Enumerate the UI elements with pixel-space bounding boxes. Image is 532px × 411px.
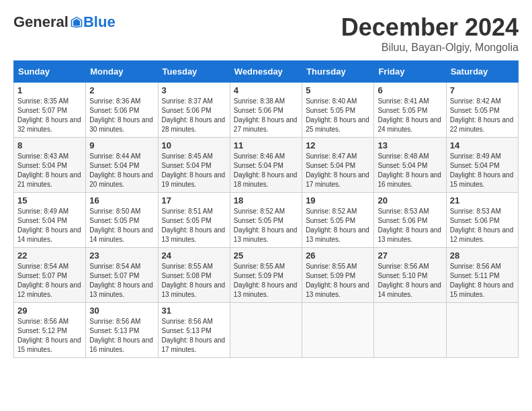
day-info: Sunrise: 8:56 AM Sunset: 5:11 PM Dayligh…	[450, 262, 515, 300]
calendar-cell: 31Sunrise: 8:56 AM Sunset: 5:13 PM Dayli…	[158, 303, 230, 358]
day-info: Sunrise: 8:44 AM Sunset: 5:04 PM Dayligh…	[89, 152, 154, 189]
day-header-monday: Monday	[86, 61, 158, 83]
day-number: 7	[450, 85, 515, 95]
day-info: Sunrise: 8:36 AM Sunset: 5:06 PM Dayligh…	[89, 97, 154, 134]
calendar-cell: 4Sunrise: 8:38 AM Sunset: 5:06 PM Daylig…	[230, 83, 302, 138]
day-info: Sunrise: 8:55 AM Sunset: 5:08 PM Dayligh…	[162, 262, 226, 300]
day-info: Sunrise: 8:53 AM Sunset: 5:06 PM Dayligh…	[378, 207, 442, 244]
day-info: Sunrise: 8:48 AM Sunset: 5:04 PM Dayligh…	[378, 152, 442, 189]
calendar-cell: 26Sunrise: 8:55 AM Sunset: 5:09 PM Dayli…	[302, 248, 374, 303]
calendar-cell: 9Sunrise: 8:44 AM Sunset: 5:04 PM Daylig…	[86, 138, 158, 193]
day-number: 9	[89, 140, 154, 150]
day-number: 5	[306, 85, 370, 95]
day-info: Sunrise: 8:40 AM Sunset: 5:05 PM Dayligh…	[306, 97, 370, 134]
calendar-cell: 7Sunrise: 8:42 AM Sunset: 5:05 PM Daylig…	[446, 83, 518, 138]
calendar-cell: 10Sunrise: 8:45 AM Sunset: 5:04 PM Dayli…	[158, 138, 230, 193]
calendar-cell: 25Sunrise: 8:55 AM Sunset: 5:09 PM Dayli…	[230, 248, 302, 303]
day-info: Sunrise: 8:52 AM Sunset: 5:05 PM Dayligh…	[234, 207, 298, 244]
day-number: 13	[378, 140, 442, 150]
calendar-cell: 12Sunrise: 8:47 AM Sunset: 5:04 PM Dayli…	[302, 138, 374, 193]
calendar-cell: 13Sunrise: 8:48 AM Sunset: 5:04 PM Dayli…	[374, 138, 446, 193]
calendar-cell: 6Sunrise: 8:41 AM Sunset: 5:05 PM Daylig…	[374, 83, 446, 138]
day-number: 26	[306, 250, 370, 261]
day-number: 1	[17, 85, 82, 95]
day-number: 11	[234, 140, 298, 150]
day-number: 17	[162, 195, 226, 205]
calendar-cell: 27Sunrise: 8:56 AM Sunset: 5:10 PM Dayli…	[374, 248, 446, 303]
logo: General Blue	[13, 13, 116, 31]
day-info: Sunrise: 8:37 AM Sunset: 5:06 PM Dayligh…	[162, 97, 226, 134]
day-number: 30	[89, 306, 154, 316]
day-info: Sunrise: 8:50 AM Sunset: 5:05 PM Dayligh…	[89, 207, 154, 244]
calendar-cell: 5Sunrise: 8:40 AM Sunset: 5:05 PM Daylig…	[302, 83, 374, 138]
calendar-week-row: 15Sunrise: 8:49 AM Sunset: 5:04 PM Dayli…	[14, 193, 519, 248]
day-info: Sunrise: 8:47 AM Sunset: 5:04 PM Dayligh…	[306, 152, 370, 189]
calendar-week-row: 8Sunrise: 8:43 AM Sunset: 5:04 PM Daylig…	[14, 138, 519, 193]
day-header-saturday: Saturday	[446, 61, 518, 83]
day-info: Sunrise: 8:53 AM Sunset: 5:06 PM Dayligh…	[450, 207, 515, 244]
calendar-cell: 22Sunrise: 8:54 AM Sunset: 5:07 PM Dayli…	[14, 248, 86, 303]
day-number: 27	[378, 250, 442, 261]
day-number: 24	[162, 250, 226, 261]
day-info: Sunrise: 8:45 AM Sunset: 5:04 PM Dayligh…	[162, 152, 226, 189]
day-number: 12	[306, 140, 370, 150]
day-info: Sunrise: 8:56 AM Sunset: 5:13 PM Dayligh…	[162, 317, 226, 355]
day-number: 20	[378, 195, 442, 205]
calendar-cell: 30Sunrise: 8:56 AM Sunset: 5:13 PM Dayli…	[86, 303, 158, 358]
day-number: 22	[17, 250, 82, 261]
day-number: 29	[17, 306, 82, 316]
calendar-cell: 2Sunrise: 8:36 AM Sunset: 5:06 PM Daylig…	[86, 83, 158, 138]
day-info: Sunrise: 8:41 AM Sunset: 5:05 PM Dayligh…	[378, 97, 442, 134]
calendar-cell: 14Sunrise: 8:49 AM Sunset: 5:04 PM Dayli…	[446, 138, 518, 193]
month-title: December 2024	[341, 13, 519, 42]
day-number: 8	[17, 140, 82, 150]
location-title: Biluu, Bayan-Olgiy, Mongolia	[341, 42, 519, 54]
day-number: 10	[162, 140, 226, 150]
day-info: Sunrise: 8:38 AM Sunset: 5:06 PM Dayligh…	[234, 97, 298, 134]
day-info: Sunrise: 8:51 AM Sunset: 5:05 PM Dayligh…	[162, 207, 226, 244]
day-info: Sunrise: 8:46 AM Sunset: 5:04 PM Dayligh…	[234, 152, 298, 189]
calendar-cell: 8Sunrise: 8:43 AM Sunset: 5:04 PM Daylig…	[14, 138, 86, 193]
day-info: Sunrise: 8:54 AM Sunset: 5:07 PM Dayligh…	[17, 262, 82, 300]
day-header-sunday: Sunday	[14, 61, 86, 83]
day-number: 15	[17, 195, 82, 205]
day-info: Sunrise: 8:42 AM Sunset: 5:05 PM Dayligh…	[450, 97, 515, 134]
title-area: December 2024 Biluu, Bayan-Olgiy, Mongol…	[341, 13, 519, 54]
calendar-header-row: SundayMondayTuesdayWednesdayThursdayFrid…	[14, 61, 519, 83]
calendar-week-row: 29Sunrise: 8:56 AM Sunset: 5:12 PM Dayli…	[14, 303, 519, 358]
calendar-cell	[446, 303, 518, 358]
day-info: Sunrise: 8:55 AM Sunset: 5:09 PM Dayligh…	[234, 262, 298, 300]
calendar-cell: 11Sunrise: 8:46 AM Sunset: 5:04 PM Dayli…	[230, 138, 302, 193]
day-number: 4	[234, 85, 298, 95]
day-info: Sunrise: 8:56 AM Sunset: 5:13 PM Dayligh…	[89, 317, 154, 355]
calendar-table: SundayMondayTuesdayWednesdayThursdayFrid…	[13, 60, 519, 358]
day-info: Sunrise: 8:54 AM Sunset: 5:07 PM Dayligh…	[89, 262, 154, 300]
day-number: 31	[162, 306, 226, 316]
day-number: 18	[234, 195, 298, 205]
day-info: Sunrise: 8:49 AM Sunset: 5:04 PM Dayligh…	[450, 152, 515, 189]
day-header-thursday: Thursday	[302, 61, 374, 83]
calendar-cell: 15Sunrise: 8:49 AM Sunset: 5:04 PM Dayli…	[14, 193, 86, 248]
day-number: 28	[450, 250, 515, 261]
day-info: Sunrise: 8:35 AM Sunset: 5:07 PM Dayligh…	[17, 97, 82, 134]
day-number: 23	[89, 250, 154, 261]
calendar-cell: 19Sunrise: 8:52 AM Sunset: 5:05 PM Dayli…	[302, 193, 374, 248]
day-info: Sunrise: 8:52 AM Sunset: 5:05 PM Dayligh…	[306, 207, 370, 244]
calendar-cell: 28Sunrise: 8:56 AM Sunset: 5:11 PM Dayli…	[446, 248, 518, 303]
calendar-cell: 1Sunrise: 8:35 AM Sunset: 5:07 PM Daylig…	[14, 83, 86, 138]
day-info: Sunrise: 8:56 AM Sunset: 5:12 PM Dayligh…	[17, 317, 82, 355]
day-number: 2	[89, 85, 154, 95]
calendar-cell: 16Sunrise: 8:50 AM Sunset: 5:05 PM Dayli…	[86, 193, 158, 248]
day-number: 3	[162, 85, 226, 95]
day-header-tuesday: Tuesday	[158, 61, 230, 83]
calendar-cell: 3Sunrise: 8:37 AM Sunset: 5:06 PM Daylig…	[158, 83, 230, 138]
day-number: 21	[450, 195, 515, 205]
day-header-friday: Friday	[374, 61, 446, 83]
calendar-cell	[230, 303, 302, 358]
day-info: Sunrise: 8:49 AM Sunset: 5:04 PM Dayligh…	[17, 207, 82, 244]
day-number: 19	[306, 195, 370, 205]
day-number: 6	[378, 85, 442, 95]
logo-icon	[70, 15, 83, 29]
day-info: Sunrise: 8:55 AM Sunset: 5:09 PM Dayligh…	[306, 262, 370, 300]
day-info: Sunrise: 8:56 AM Sunset: 5:10 PM Dayligh…	[378, 262, 442, 300]
